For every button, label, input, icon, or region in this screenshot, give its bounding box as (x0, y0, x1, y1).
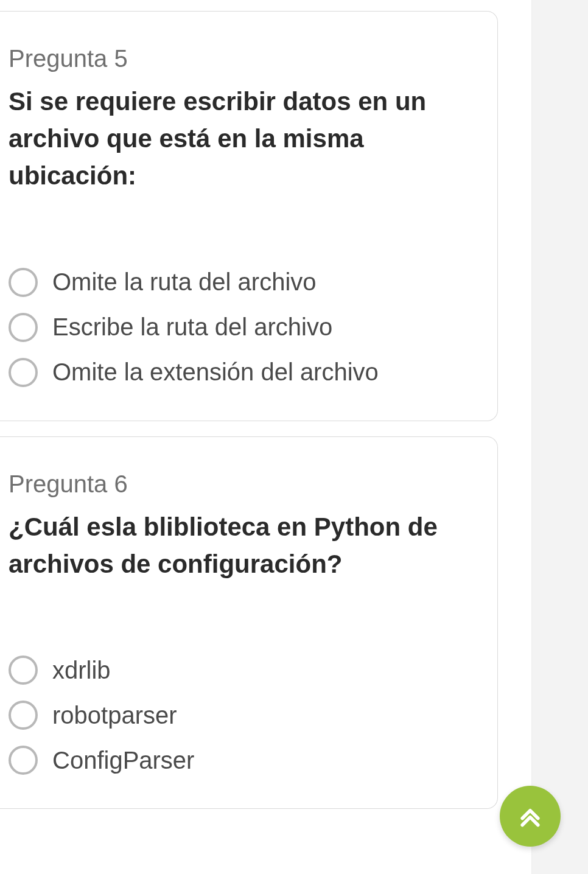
answer-label: Escribe la ruta del archivo (52, 313, 332, 341)
radio-unchecked-icon (9, 746, 38, 775)
answer-option[interactable]: ConfigParser (9, 746, 479, 775)
question-text: ¿Cuál esla bliblioteca en Python de arch… (9, 509, 479, 583)
chevron-double-up-icon (517, 802, 544, 831)
radio-unchecked-icon (9, 358, 38, 387)
answer-label: ConfigParser (52, 747, 194, 774)
answer-option[interactable]: Escribe la ruta del archivo (9, 313, 479, 342)
question-card: Pregunta 5 Si se requiere escribir datos… (0, 11, 498, 421)
right-gutter (531, 0, 588, 874)
radio-unchecked-icon (9, 313, 38, 342)
radio-unchecked-icon (9, 701, 38, 730)
answer-option[interactable]: xdrlib (9, 656, 479, 685)
question-card: Pregunta 6 ¿Cuál esla bliblioteca en Pyt… (0, 436, 498, 809)
quiz-page: Pregunta 5 Si se requiere escribir datos… (0, 11, 531, 874)
answer-label: robotparser (52, 702, 177, 729)
question-text: Si se requiere escribir datos en un arch… (9, 83, 479, 195)
answer-option[interactable]: robotparser (9, 701, 479, 730)
question-label: Pregunta 6 (9, 470, 479, 498)
answer-label: Omite la extensión del archivo (52, 358, 379, 386)
radio-unchecked-icon (9, 268, 38, 297)
answer-label: Omite la ruta del archivo (52, 268, 317, 296)
scroll-top-button[interactable] (500, 786, 561, 847)
answer-label: xdrlib (52, 657, 111, 684)
answer-option[interactable]: Omite la ruta del archivo (9, 268, 479, 297)
question-label: Pregunta 5 (9, 45, 479, 72)
answer-option[interactable]: Omite la extensión del archivo (9, 358, 479, 387)
radio-unchecked-icon (9, 656, 38, 685)
